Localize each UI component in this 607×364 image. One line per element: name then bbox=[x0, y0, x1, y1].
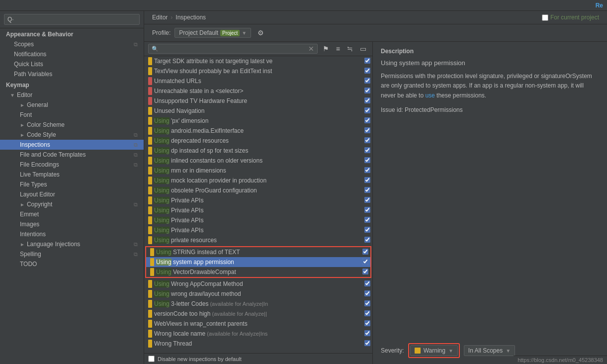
inspection-row[interactable]: Wrong locale name (available for Analyze… bbox=[144, 329, 372, 339]
inspection-checkbox[interactable] bbox=[364, 68, 370, 74]
sidebar-item[interactable]: Live Templates bbox=[0, 170, 144, 180]
sidebar-item[interactable]: Font bbox=[0, 110, 144, 120]
inspection-row[interactable]: Unused Navigation bbox=[144, 106, 372, 116]
inspection-checkbox[interactable] bbox=[364, 88, 370, 93]
inspection-checkbox[interactable] bbox=[364, 290, 370, 296]
sidebar-search-input[interactable] bbox=[4, 14, 140, 25]
desc-title-using: Using bbox=[381, 59, 397, 67]
sidebar-item[interactable]: ►Color Scheme bbox=[0, 120, 144, 130]
inspection-checkbox[interactable] bbox=[364, 78, 370, 84]
sidebar-item[interactable]: Intentions bbox=[0, 229, 144, 239]
inspection-checkbox[interactable] bbox=[362, 259, 368, 265]
inspection-row[interactable]: Using Private APIs bbox=[144, 225, 372, 235]
inspection-row[interactable]: Unreachable state in a <selector> bbox=[144, 86, 372, 96]
scope-dropdown[interactable]: In All Scopes ▼ bbox=[464, 345, 515, 356]
inspection-row[interactable]: Using deprecated resources bbox=[144, 136, 372, 146]
collapse-all-button[interactable]: ≒ bbox=[345, 44, 355, 54]
inspection-row[interactable]: Using mock location provider in producti… bbox=[144, 176, 372, 185]
inspection-row[interactable]: TextView should probably be an EditText … bbox=[144, 66, 372, 76]
inspection-checkbox[interactable] bbox=[364, 207, 370, 213]
sidebar-item[interactable]: ▼Editor bbox=[0, 90, 144, 100]
sidebar-item[interactable]: Scopes⧉ bbox=[0, 39, 144, 49]
inspection-checkbox[interactable] bbox=[364, 177, 370, 183]
inspection-row[interactable]: Using mm or in dimensions bbox=[144, 166, 372, 176]
for-current-project-checkbox[interactable] bbox=[542, 14, 548, 21]
sidebar-item-label: Editor bbox=[17, 91, 32, 98]
inspection-checkbox[interactable] bbox=[364, 137, 370, 143]
expand-arrow-icon: ► bbox=[20, 122, 25, 128]
sidebar-item[interactable]: Images bbox=[0, 219, 144, 229]
inspection-row[interactable]: Using obsolete ProGuard configuration bbox=[144, 185, 372, 195]
inspection-checkbox[interactable] bbox=[364, 310, 370, 316]
clear-search-button[interactable]: ✕ bbox=[308, 45, 314, 52]
sidebar-item[interactable]: File and Code Templates⧉ bbox=[0, 150, 144, 160]
sidebar-item[interactable]: Notifications bbox=[0, 49, 144, 59]
inspection-checkbox[interactable] bbox=[362, 269, 368, 274]
inspection-row[interactable]: Unmatched URLs bbox=[144, 76, 372, 86]
sidebar-item[interactable]: TODO bbox=[0, 259, 144, 269]
sidebar-item[interactable]: ►Language Injections⧉ bbox=[0, 239, 144, 249]
severity-dropdown[interactable]: Warning ▼ bbox=[410, 345, 458, 356]
inspection-checkbox[interactable] bbox=[364, 227, 370, 233]
inspection-row[interactable]: Using 'px' dimension bbox=[144, 116, 372, 126]
inspection-row[interactable]: Target SDK attribute is not targeting la… bbox=[144, 56, 372, 66]
inspection-checkbox[interactable] bbox=[364, 58, 370, 64]
inspection-checkbox[interactable] bbox=[364, 330, 370, 336]
gear-button[interactable]: ⚙ bbox=[255, 27, 266, 38]
inspect-search-input[interactable]: Using bbox=[161, 45, 306, 52]
inspection-row[interactable]: Using inlined constants on older version… bbox=[144, 156, 372, 166]
severity-indicator bbox=[148, 167, 152, 175]
expand-all-button[interactable]: ≡ bbox=[334, 44, 342, 54]
sidebar-item[interactable]: Inspections⧉ bbox=[0, 140, 144, 150]
inspection-row[interactable]: Using STRING instead of TEXT bbox=[146, 247, 370, 257]
profile-dropdown[interactable]: Project Default Project ▼ bbox=[174, 28, 251, 38]
inspection-checkbox[interactable] bbox=[364, 187, 370, 193]
inspection-checkbox[interactable] bbox=[364, 280, 370, 286]
sidebar-item[interactable]: Path Variables bbox=[0, 69, 144, 79]
inspection-row[interactable]: Using Private APIs bbox=[144, 215, 372, 225]
inspection-row[interactable]: Using wrong draw/layout method bbox=[144, 289, 372, 299]
inspection-checkbox[interactable] bbox=[364, 340, 370, 346]
for-current-project-label[interactable]: For current project bbox=[542, 14, 599, 21]
sidebar-item[interactable]: ►General bbox=[0, 100, 144, 110]
inspection-row[interactable]: Using private resources bbox=[144, 235, 372, 245]
inspection-checkbox[interactable] bbox=[364, 147, 370, 153]
inspection-checkbox[interactable] bbox=[364, 107, 370, 113]
inspection-row[interactable]: Using Private APIs bbox=[144, 195, 372, 205]
inspection-row[interactable]: versionCode too high (available for Anal… bbox=[144, 309, 372, 319]
inspection-row[interactable]: Unsupported TV Hardware Feature bbox=[144, 96, 372, 106]
sidebar-item[interactable]: ►Copyright⧉ bbox=[0, 199, 144, 209]
sidebar-item[interactable]: File Encodings⧉ bbox=[0, 160, 144, 170]
inspection-row[interactable]: Using dp instead of sp for text sizes bbox=[144, 146, 372, 156]
inspection-row[interactable]: Using Private APIs bbox=[144, 205, 372, 215]
filter-button[interactable]: ⚑ bbox=[321, 44, 331, 54]
inspection-checkbox[interactable] bbox=[364, 167, 370, 173]
group-button[interactable]: ▭ bbox=[358, 44, 368, 54]
inspection-checkbox[interactable] bbox=[364, 157, 370, 163]
inspection-checkbox[interactable] bbox=[364, 320, 370, 326]
sidebar-item[interactable]: Layout Editor bbox=[0, 189, 144, 199]
inspection-row[interactable]: WebViews in wrap_content parents bbox=[144, 319, 372, 329]
inspection-row[interactable]: Using android.media.ExifInterface bbox=[144, 126, 372, 136]
sidebar-item[interactable]: Quick Lists bbox=[0, 59, 144, 69]
sidebar-item[interactable]: Emmet bbox=[0, 209, 144, 219]
inspection-checkbox[interactable] bbox=[364, 117, 370, 123]
inspection-row[interactable]: Using system app permission bbox=[146, 257, 370, 267]
disable-new-inspections-checkbox[interactable] bbox=[148, 356, 155, 362]
inspection-row[interactable]: Using 3-letter Codes (available for Anal… bbox=[144, 299, 372, 309]
inspection-checkbox-container bbox=[364, 107, 370, 115]
inspection-checkbox[interactable] bbox=[364, 217, 370, 223]
sidebar-item[interactable]: Spelling⧉ bbox=[0, 249, 144, 259]
inspection-row[interactable]: Using Wrong AppCompat Method bbox=[144, 279, 372, 289]
inspection-checkbox[interactable] bbox=[364, 300, 370, 306]
inspection-checkbox[interactable] bbox=[364, 97, 370, 103]
sidebar-item[interactable]: ►Code Style⧉ bbox=[0, 130, 144, 140]
sidebar-item[interactable]: File Types bbox=[0, 180, 144, 189]
inspection-checkbox[interactable] bbox=[364, 197, 370, 203]
inspection-row[interactable]: Wrong Thread bbox=[144, 339, 372, 349]
inspection-row[interactable]: Using VectorDrawableCompat bbox=[146, 267, 370, 277]
inspection-checkbox[interactable] bbox=[362, 249, 368, 255]
inspection-checkbox[interactable] bbox=[364, 237, 370, 243]
inspection-checkbox[interactable] bbox=[364, 127, 370, 133]
re-button[interactable]: Re bbox=[596, 2, 603, 9]
